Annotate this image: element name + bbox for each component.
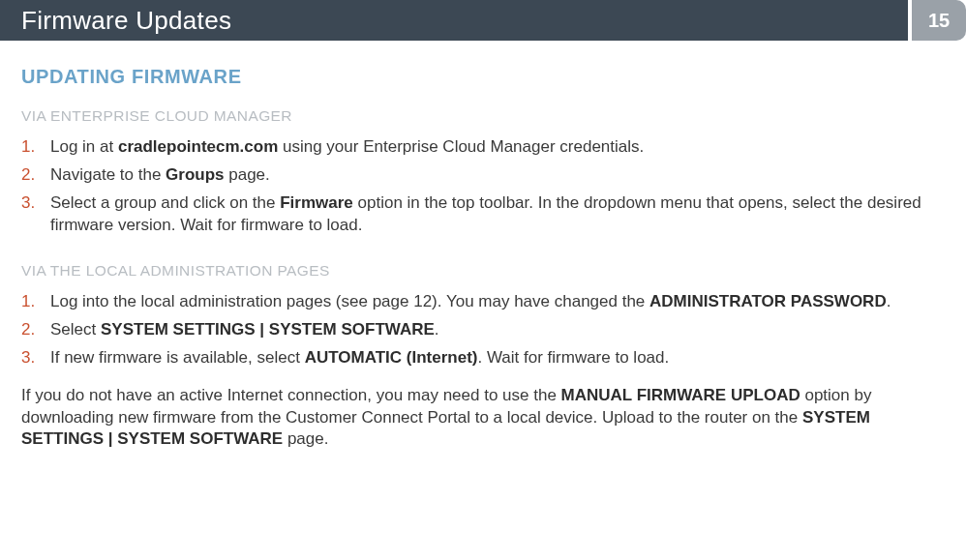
note-text: page. xyxy=(283,429,328,448)
page-number-badge: 15 xyxy=(912,0,966,41)
step-item: Log into the local administration pages … xyxy=(21,291,945,313)
step-bold: Groups xyxy=(166,165,224,184)
step-text: . Wait for firmware to load. xyxy=(477,348,669,367)
section-heading: UPDATING FIRMWARE xyxy=(21,66,945,88)
step-item: Select SYSTEM SETTINGS | SYSTEM SOFTWARE… xyxy=(21,319,945,341)
step-text: Select a group and click on the xyxy=(50,193,280,212)
note-paragraph: If you do not have an active Internet co… xyxy=(21,385,945,452)
step-text: . xyxy=(435,320,439,339)
step-bold: SYSTEM SETTINGS | SYSTEM SOFTWARE xyxy=(101,320,435,339)
steps-ecm: Log in at cradlepointecm.com using your … xyxy=(21,136,945,237)
subheading-ecm: VIA ENTERPRISE CLOUD MANAGER xyxy=(21,107,945,125)
step-text: Log in at xyxy=(50,137,118,156)
step-text: page. xyxy=(225,165,270,184)
step-bold: ADMINISTRATOR PASSWORD xyxy=(649,292,887,310)
step-item: Navigate to the Groups page. xyxy=(21,164,945,187)
steps-local: Log into the local administration pages … xyxy=(21,291,945,369)
step-text: using your Enterprise Cloud Manager cred… xyxy=(278,137,644,156)
note-bold: MANUAL FIRMWARE UPLOAD xyxy=(561,386,800,404)
step-text: Log into the local administration pages … xyxy=(50,292,649,310)
step-item: If new firmware is available, select AUT… xyxy=(21,347,945,369)
page-title: Firmware Updates xyxy=(0,0,908,41)
content-area: UPDATING FIRMWARE VIA ENTERPRISE CLOUD M… xyxy=(0,41,966,451)
step-text: . xyxy=(887,292,891,310)
subheading-local: VIA THE LOCAL ADMINISTRATION PAGES xyxy=(21,262,945,280)
header-bar: Firmware Updates 15 xyxy=(0,0,966,41)
step-bold: AUTOMATIC (Internet) xyxy=(305,348,478,367)
step-bold: cradlepointecm.com xyxy=(118,137,278,156)
step-item: Select a group and click on the Firmware… xyxy=(21,192,945,237)
step-text: If new firmware is available, select xyxy=(50,348,305,367)
step-text: Select xyxy=(50,320,101,339)
step-text: Navigate to the xyxy=(50,165,166,184)
step-bold: Firmware xyxy=(280,193,353,212)
step-item: Log in at cradlepointecm.com using your … xyxy=(21,136,945,159)
note-text: If you do not have an active Internet co… xyxy=(21,386,561,404)
